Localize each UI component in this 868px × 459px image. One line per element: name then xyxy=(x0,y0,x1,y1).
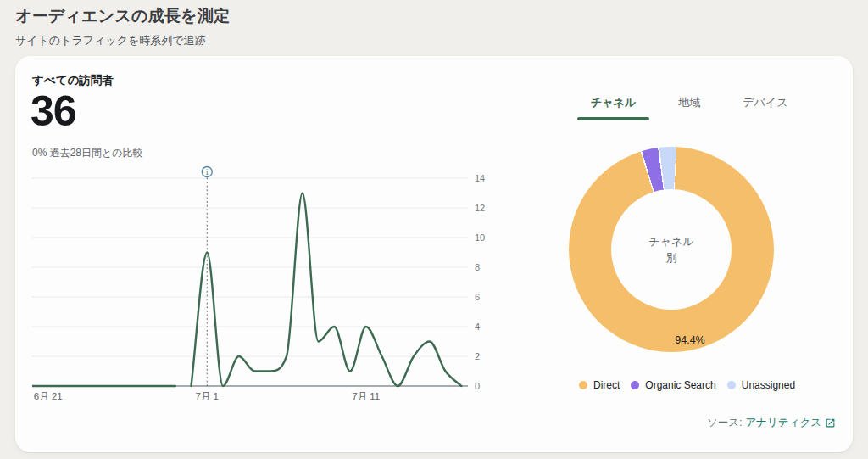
tab-device[interactable]: デバイス xyxy=(729,95,801,120)
source-row: ソース: アナリティクス xyxy=(707,416,836,430)
x-axis-tick-label: 7月 1 xyxy=(196,391,220,401)
y-axis-tick-label: 14 xyxy=(475,173,485,183)
source-link[interactable]: アナリティクス xyxy=(745,416,836,430)
info-icon[interactable]: i xyxy=(202,167,212,177)
visitors-card: すべての訪問者 36 0% 過去28日間との比較 024681012146月 2… xyxy=(15,56,853,452)
page-title: オーディエンスの成長を測定 xyxy=(15,5,230,27)
legend-dot xyxy=(727,381,736,389)
legend-dot xyxy=(631,381,639,389)
legend-item: Direct xyxy=(579,379,620,391)
y-axis-tick-label: 10 xyxy=(475,232,485,243)
svg-text:i: i xyxy=(206,168,209,176)
x-axis-tick-label: 6月 21 xyxy=(34,391,63,401)
y-axis-tick-label: 2 xyxy=(475,351,480,361)
external-link-icon xyxy=(825,417,836,428)
x-axis-tick-label: 7月 11 xyxy=(352,391,380,401)
metric-comparison: 0% 過去28日間との比較 xyxy=(32,146,143,160)
source-label: ソース: xyxy=(707,416,743,430)
donut-center-label: チャネル 別 xyxy=(611,189,732,310)
breakdown-tabs: チャネル 地域 デバイス xyxy=(577,95,801,120)
donut-legend: Direct Organic Search Unassigned xyxy=(579,379,795,391)
y-axis-tick-label: 8 xyxy=(475,262,480,272)
donut-percent-label: 94.4% xyxy=(675,334,704,346)
y-axis-tick-label: 12 xyxy=(475,203,485,213)
page-subtitle: サイトのトラフィックを時系列で追跡 xyxy=(15,33,230,48)
legend-item: Unassigned xyxy=(727,379,795,391)
channel-donut-chart[interactable]: チャネル 別 94.4% xyxy=(569,147,774,352)
tab-region[interactable]: 地域 xyxy=(665,95,714,120)
page-header: オーディエンスの成長を測定 サイトのトラフィックを時系列で追跡 xyxy=(15,5,230,48)
traffic-line-chart[interactable]: 024681012146月 217月 17月 11i xyxy=(32,161,494,409)
legend-dot xyxy=(579,381,587,389)
line-series xyxy=(192,193,462,387)
tab-channel[interactable]: チャネル xyxy=(577,95,649,120)
y-axis-tick-label: 6 xyxy=(475,292,480,302)
y-axis-tick-label: 4 xyxy=(475,322,480,332)
y-axis-tick-label: 0 xyxy=(475,381,480,391)
metric-value: 36 xyxy=(31,87,76,136)
legend-item: Organic Search xyxy=(631,379,715,391)
